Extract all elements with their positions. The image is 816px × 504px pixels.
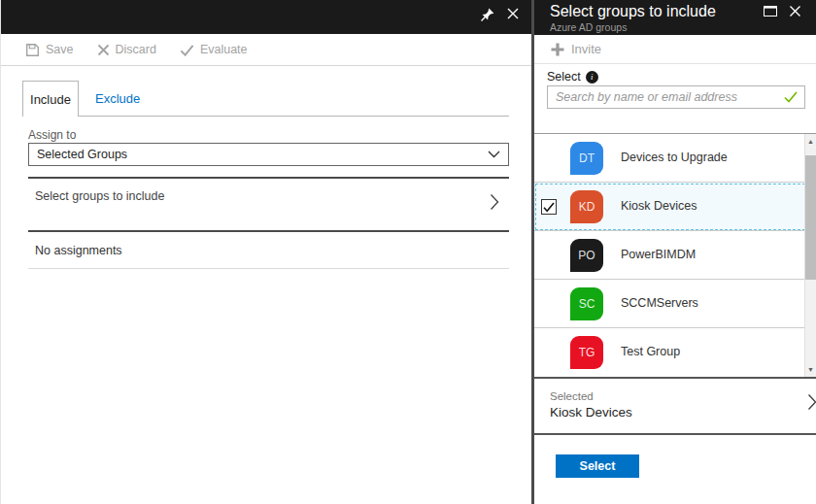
selected-value: Kiosk Devices bbox=[550, 405, 632, 420]
group-avatar: DT bbox=[570, 142, 603, 175]
list-scrollbar[interactable]: ▲ ▼ bbox=[804, 134, 816, 377]
group-name: PowerBIMDM bbox=[621, 248, 696, 261]
divider bbox=[28, 230, 509, 232]
blade-content: Include Exclude Assign to Selected Group… bbox=[1, 66, 531, 504]
save-button[interactable]: Save bbox=[25, 43, 74, 57]
assignments-blade-header bbox=[1, 0, 531, 34]
tab-exclude[interactable]: Exclude bbox=[95, 81, 140, 116]
select-groups-row[interactable]: Select groups to include bbox=[28, 184, 509, 230]
maximize-icon[interactable] bbox=[764, 6, 777, 17]
invite-button[interactable]: Invite bbox=[551, 42, 601, 56]
selected-summary-row[interactable]: Selected Kiosk Devices bbox=[534, 379, 816, 435]
search-input[interactable] bbox=[548, 90, 784, 104]
save-label: Save bbox=[46, 43, 74, 56]
select-groups-panel-header: Select groups to include Azure AD groups bbox=[534, 0, 816, 35]
pin-icon[interactable] bbox=[480, 7, 495, 22]
valid-check-icon bbox=[784, 91, 798, 103]
include-exclude-tabs: Include Exclude bbox=[22, 81, 509, 117]
evaluate-label: Evaluate bbox=[200, 43, 248, 56]
group-avatar: PO bbox=[570, 239, 603, 272]
azure-portal-screen: Save Discard Evaluate Include Exclude bbox=[0, 0, 816, 504]
panel-subtitle: Azure AD groups bbox=[550, 21, 627, 33]
assignments-blade: Save Discard Evaluate Include Exclude bbox=[0, 0, 531, 504]
invite-label: Invite bbox=[571, 42, 601, 56]
scrollbar-thumb[interactable] bbox=[805, 155, 816, 280]
group-list: DT Devices to Upgrade KD Kiosk Devices P… bbox=[534, 133, 816, 379]
selected-label: Selected bbox=[550, 390, 594, 402]
checkbox-checked[interactable] bbox=[541, 199, 557, 215]
panel-title: Select groups to include bbox=[550, 3, 716, 20]
chevron-right-icon bbox=[490, 193, 499, 211]
chevron-right-icon bbox=[807, 393, 816, 411]
discard-icon bbox=[97, 44, 110, 56]
group-row-powerbimdm[interactable]: PO PowerBIMDM bbox=[534, 231, 816, 280]
evaluate-button[interactable]: Evaluate bbox=[180, 43, 248, 56]
close-icon[interactable] bbox=[789, 5, 801, 17]
group-name: SCCMServers bbox=[621, 296, 698, 310]
select-confirm-button[interactable]: Select bbox=[556, 454, 639, 478]
panel-toolbar: Invite bbox=[534, 35, 816, 64]
group-row-devices-to-upgrade[interactable]: DT Devices to Upgrade bbox=[534, 134, 816, 183]
group-name: Kiosk Devices bbox=[621, 199, 697, 213]
group-avatar: SC bbox=[570, 287, 603, 320]
discard-label: Discard bbox=[116, 43, 156, 56]
no-assignments-text: No assignments bbox=[35, 244, 122, 257]
select-field-label-row: Select i bbox=[547, 70, 598, 84]
select-field-label: Select bbox=[547, 70, 581, 84]
save-icon bbox=[25, 43, 40, 57]
group-row-kiosk-devices[interactable]: KD Kiosk Devices bbox=[534, 183, 816, 231]
group-row-test-group[interactable]: TG Test Group bbox=[534, 328, 816, 377]
info-icon[interactable]: i bbox=[586, 71, 598, 84]
divider bbox=[28, 177, 509, 179]
group-name: Test Group bbox=[621, 345, 680, 358]
close-icon[interactable] bbox=[506, 7, 522, 22]
group-avatar: KD bbox=[570, 190, 603, 223]
chevron-down-icon bbox=[488, 151, 500, 158]
divider bbox=[28, 268, 509, 269]
group-name: Devices to Upgrade bbox=[621, 151, 728, 164]
plus-icon bbox=[551, 43, 564, 56]
select-groups-panel: Select groups to include Azure AD groups… bbox=[534, 0, 816, 504]
group-avatar: TG bbox=[570, 336, 603, 369]
assign-to-dropdown[interactable]: Selected Groups bbox=[28, 143, 509, 166]
assign-to-label: Assign to bbox=[28, 128, 76, 142]
tab-underline bbox=[79, 116, 509, 117]
tab-include[interactable]: Include bbox=[22, 81, 79, 117]
select-groups-label: Select groups to include bbox=[35, 189, 164, 203]
group-row-sccmservers[interactable]: SC SCCMServers bbox=[534, 280, 816, 328]
blade-toolbar: Save Discard Evaluate bbox=[1, 34, 531, 66]
group-search-box bbox=[547, 85, 805, 109]
scroll-down-icon[interactable]: ▼ bbox=[805, 362, 816, 377]
evaluate-icon bbox=[180, 44, 194, 56]
scroll-up-icon[interactable]: ▲ bbox=[805, 134, 816, 149]
assign-to-value: Selected Groups bbox=[37, 148, 488, 161]
discard-button[interactable]: Discard bbox=[97, 43, 156, 56]
